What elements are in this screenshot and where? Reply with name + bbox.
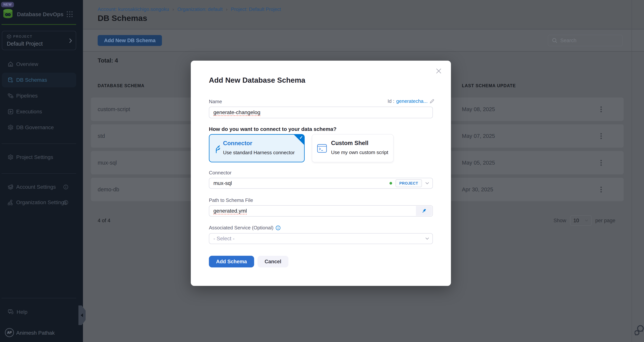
chevron-down-icon: [585, 219, 588, 222]
sidebar-item-account-settings[interactable]: Account Settings: [2, 180, 76, 194]
app-title: Database DevOps: [17, 11, 64, 17]
add-new-db-schema-button[interactable]: Add New DB Schema: [98, 35, 162, 46]
search-placeholder: Search: [560, 38, 576, 43]
option-custom-shell[interactable]: Custom Shell Use my own custom script: [312, 134, 394, 162]
toolbar: Add New DB Schema Search: [83, 30, 644, 52]
pipeline-icon: [8, 93, 14, 99]
pagination-controls: Show 10 per page: [554, 215, 615, 226]
sidebar-divider: [2, 143, 76, 144]
add-schema-button[interactable]: Add Schema: [209, 256, 254, 267]
name-input[interactable]: generate-changelog: [209, 107, 433, 118]
org-settings-icon: [8, 199, 14, 205]
sidebar-divider: [2, 173, 76, 174]
page-header: Account: kurosakiichigo.songoku › Organi…: [83, 0, 644, 29]
cube-icon: [7, 34, 11, 39]
chevron-down-icon: [425, 182, 429, 185]
project-scope-chip: PROJECT: [396, 179, 422, 187]
id-row: Id : generatecha...: [388, 98, 434, 104]
search-icon: [552, 38, 557, 43]
service-label-row: Associated Service (Optional): [209, 225, 280, 231]
column-header-last-update: LAST SCHEMA UPDATE: [462, 83, 516, 88]
check-icon: ✓: [300, 135, 303, 140]
chevron-right-icon: [69, 38, 72, 43]
service-select[interactable]: - Select -: [209, 233, 433, 244]
breadcrumb-account[interactable]: Account: kurosakiichigo.songoku: [98, 6, 169, 12]
terminal-icon: [317, 144, 327, 153]
total-count: Total: 4: [98, 57, 118, 64]
breadcrumb-organization[interactable]: Organization: default: [178, 6, 223, 12]
path-input-addon: [416, 206, 432, 216]
path-label: Path to Schema File: [209, 197, 253, 203]
database-gear-icon: [8, 77, 14, 83]
search-input[interactable]: Search: [548, 35, 622, 46]
connector-label: Connector: [209, 170, 232, 176]
sidebar: NEW Database DevOps PROJECT Default Proj…: [0, 0, 83, 342]
connection-options: ✓ Connector Use standard Harness connect…: [209, 134, 394, 162]
sidebar-item-pipelines[interactable]: Pipelines: [2, 88, 76, 103]
home-icon: [8, 61, 14, 67]
user-avatar[interactable]: AP: [5, 328, 14, 337]
database-devops-logo: [2, 8, 14, 19]
user-name[interactable]: Animesh Pathak: [16, 330, 55, 336]
sidebar-item-db-schemas[interactable]: DB Schemas: [2, 73, 76, 87]
sidebar-nav: Overview DB Schemas Pipelines Executions…: [2, 57, 76, 136]
connector-select[interactable]: mux-sql PROJECT: [209, 178, 433, 189]
row-menu-icon[interactable]: [598, 186, 604, 193]
module-grid-icon[interactable]: [67, 11, 73, 17]
service-label: Associated Service (Optional): [209, 225, 273, 231]
cancel-button[interactable]: Cancel: [258, 256, 289, 267]
column-header-database-schema: DATABASE SCHEMA: [98, 83, 144, 88]
breadcrumb-separator: ›: [172, 7, 174, 12]
page-size-select[interactable]: 10: [570, 215, 592, 226]
name-label: Name: [209, 99, 222, 104]
breadcrumb-project[interactable]: Project: Default Project: [231, 6, 281, 12]
id-prefix: Id :: [388, 98, 394, 104]
governance-gear-icon: [8, 124, 14, 130]
connector-select-right: PROJECT: [390, 178, 429, 188]
id-value-link[interactable]: generatecha...: [396, 98, 428, 104]
project-selector[interactable]: PROJECT Default Project: [2, 31, 76, 50]
edit-pencil-icon[interactable]: [430, 99, 434, 104]
project-selector-value: Default Project: [7, 41, 42, 47]
service-select-right: [425, 234, 429, 244]
info-icon: [63, 200, 68, 205]
status-dot: [390, 182, 392, 185]
new-badge: NEW: [1, 2, 14, 7]
row-menu-icon[interactable]: [598, 159, 604, 166]
sidebar-accent-divider: [2, 24, 76, 25]
help-chat-icon: ?: [8, 309, 14, 315]
resource-center-chat-icon[interactable]: [634, 325, 644, 337]
breadcrumb: Account: kurosakiichigo.songoku › Organi…: [98, 6, 281, 12]
row-menu-icon[interactable]: [598, 132, 604, 140]
sidebar-divider: [2, 298, 76, 298]
close-icon[interactable]: [436, 68, 442, 74]
breadcrumb-separator: ›: [226, 7, 228, 12]
app-root: NEW Database DevOps PROJECT Default Proj…: [0, 0, 644, 342]
connector-icon: [214, 144, 222, 154]
modal-buttons: Add Schema Cancel: [209, 256, 288, 267]
sidebar-item-organization-settings[interactable]: Organization Settings: [2, 195, 76, 210]
pagination-range: 4 of 4: [98, 218, 110, 224]
modal-title: Add New Database Schema: [209, 76, 306, 84]
sidebar-item-overview[interactable]: Overview: [2, 57, 76, 71]
sidebar-item-executions[interactable]: Executions: [2, 104, 76, 119]
option-connector[interactable]: ✓ Connector Use standard Harness connect…: [209, 134, 305, 162]
sidebar-item-project-settings[interactable]: Project Settings: [2, 150, 76, 165]
gear-icon: [8, 154, 14, 160]
connect-question: How do you want to connect to your data …: [209, 126, 336, 132]
layers-gear-icon: [8, 184, 14, 190]
pin-icon[interactable]: [421, 208, 427, 214]
info-icon: [276, 225, 280, 230]
per-page-label: per page: [595, 218, 616, 224]
path-input[interactable]: generated.yml: [209, 205, 433, 217]
scrollbar-track[interactable]: [632, 0, 632, 342]
svg-text:?: ?: [10, 310, 11, 313]
chevron-down-icon: [425, 237, 429, 240]
add-schema-modal: Add New Database Schema Name Id : genera…: [191, 61, 451, 286]
row-menu-icon[interactable]: [598, 105, 604, 113]
page-title: DB Schemas: [98, 13, 147, 23]
show-label: Show: [554, 218, 566, 224]
sidebar-item-db-governance[interactable]: DB Governance: [2, 120, 76, 135]
help-button[interactable]: ? Help: [2, 305, 76, 320]
executions-icon: [8, 109, 14, 115]
